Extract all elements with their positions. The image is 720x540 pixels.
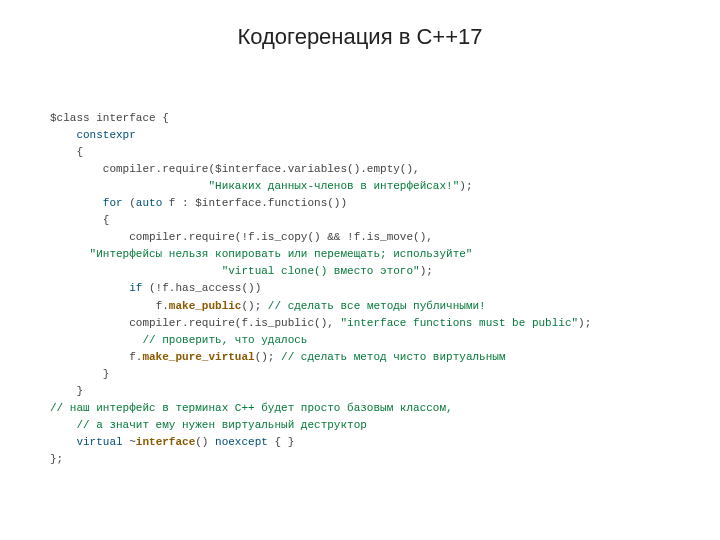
code-text: ( bbox=[123, 197, 136, 209]
code-text: ~ bbox=[123, 436, 136, 448]
code-line: { bbox=[76, 146, 83, 158]
code-line: { bbox=[103, 214, 110, 226]
comment: // а значит ему нужен виртуальный дестру… bbox=[76, 419, 366, 431]
code-line: }; bbox=[50, 453, 63, 465]
comment: // сделать метод чисто виртуальным bbox=[281, 351, 505, 363]
fn-interface-dtor: interface bbox=[136, 436, 195, 448]
code-block: $class interface { constexpr { compiler.… bbox=[50, 110, 670, 468]
code-line: } bbox=[103, 368, 110, 380]
code-text: ); bbox=[578, 317, 591, 329]
slide-title: Кодогеренация в С++17 bbox=[0, 24, 720, 50]
keyword-if: if bbox=[129, 282, 142, 294]
keyword-for: for bbox=[103, 197, 123, 209]
code-text: f. bbox=[129, 351, 142, 363]
code-text: f : $interface.functions()) bbox=[162, 197, 347, 209]
string-literal: "virtual clone() вместо этого" bbox=[222, 265, 420, 277]
slide: Кодогеренация в С++17 $class interface {… bbox=[0, 0, 720, 540]
comment: // наш интерфейс в терминах С++ будет пр… bbox=[50, 402, 453, 414]
comment: // сделать все методы публичными! bbox=[268, 300, 486, 312]
code-line: compiler.require($interface.variables().… bbox=[103, 163, 420, 175]
string-literal: "interface functions must be public" bbox=[340, 317, 578, 329]
code-line: } bbox=[76, 385, 83, 397]
code-text: (); bbox=[255, 351, 281, 363]
keyword-virtual: virtual bbox=[76, 436, 122, 448]
string-literal: "Интерфейсы нельзя копировать или переме… bbox=[90, 248, 473, 260]
code-line: compiler.require(!f.is_copy() && !f.is_m… bbox=[129, 231, 433, 243]
fn-make-pure-virtual: make_pure_virtual bbox=[142, 351, 254, 363]
code-text: () bbox=[195, 436, 215, 448]
string-literal: "Никаких данных-членов в интерфейсах!" bbox=[208, 180, 459, 192]
code-text: compiler.require(f.is_public(), bbox=[129, 317, 340, 329]
code-text: { } bbox=[268, 436, 294, 448]
code-line: $class interface { bbox=[50, 112, 169, 124]
keyword-constexpr: constexpr bbox=[76, 129, 135, 141]
fn-make-public: make_public bbox=[169, 300, 242, 312]
code-text: (); bbox=[241, 300, 267, 312]
keyword-auto: auto bbox=[136, 197, 162, 209]
code-text: ); bbox=[459, 180, 472, 192]
code-text: (!f.has_access()) bbox=[142, 282, 261, 294]
code-text: f. bbox=[156, 300, 169, 312]
comment: // проверить, что удалось bbox=[142, 334, 307, 346]
keyword-noexcept: noexcept bbox=[215, 436, 268, 448]
code-text: ); bbox=[420, 265, 433, 277]
